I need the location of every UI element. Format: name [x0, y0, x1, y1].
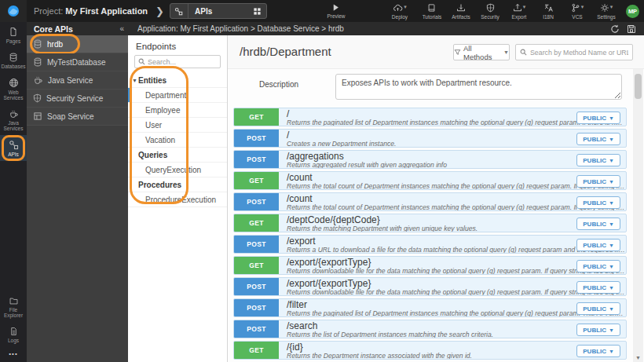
topbar-action[interactable]: ▾ Artifacts — [448, 3, 474, 20]
rail-item[interactable]: Logs — [0, 322, 27, 347]
main-header: /hrdb/Department All Methods ▼ — [228, 35, 644, 69]
breadcrumb: Application: My First Application > Data… — [137, 24, 603, 33]
method-search[interactable] — [515, 44, 633, 60]
api-endpoint-row[interactable]: POST /export/{exportType} Returns downlo… — [233, 277, 627, 296]
rail-bottom-list: File Explorer Logs — [0, 292, 27, 347]
api-endpoint-row[interactable]: GET /deptCode/{deptCode} Returns the mat… — [233, 214, 627, 232]
endpoint-description: Returns the paginated list of Department… — [287, 310, 626, 316]
endpoint-path: /aggregations — [287, 152, 626, 162]
api-endpoint-row[interactable]: GET /count Returns the total count of De… — [233, 171, 627, 190]
api-endpoint-row[interactable]: POST / Creates a new Department instance… — [233, 129, 627, 148]
rail-bottom: File Explorer Logs ••• — [0, 292, 27, 362]
topbar-action-label: Tutorials — [423, 14, 442, 20]
tree-row[interactable]: QueryExecution — [128, 163, 227, 177]
api-endpoint-row[interactable]: GET /{id} Returns the Department instanc… — [233, 341, 627, 360]
access-level-dropdown[interactable]: PUBLIC ▼ — [576, 302, 620, 315]
rail-item[interactable]: APIs — [0, 135, 27, 161]
endpoint-text: /deptCode/{deptCode} Returns the matchin… — [279, 214, 626, 232]
access-level-dropdown[interactable]: PUBLIC ▼ — [576, 175, 620, 188]
tree-row[interactable]: ProcedureExecution — [128, 192, 227, 207]
rail-item[interactable]: Java Services — [0, 104, 27, 135]
access-level-dropdown[interactable]: PUBLIC ▼ — [576, 196, 620, 209]
method-search-input[interactable] — [530, 49, 628, 57]
access-level-dropdown[interactable]: PUBLIC ▼ — [576, 324, 620, 336]
collapse-panel-icon[interactable]: « — [119, 24, 124, 33]
tree-row-label: Procedures — [138, 181, 181, 189]
topbar-action[interactable]: ▾ Tutorials — [419, 3, 445, 20]
tab-apis[interactable]: APIs — [170, 3, 267, 19]
rail-item[interactable]: File Explorer — [0, 292, 27, 322]
api-endpoint-row[interactable]: POST /aggregations Returns aggregated re… — [233, 150, 627, 169]
topbar-action[interactable]: ▾ Security — [478, 3, 503, 20]
api-endpoint-row[interactable]: GET /export/{exportType} Returns downloa… — [233, 256, 627, 275]
api-endpoint-row[interactable]: POST /filter Returns the paginated list … — [233, 298, 627, 317]
shield-icon — [486, 3, 495, 13]
access-level-dropdown[interactable]: PUBLIC ▼ — [576, 133, 620, 145]
tree-row[interactable]: Procedures — [128, 177, 227, 192]
topbar-action[interactable]: ▾ I18N — [536, 3, 561, 20]
rail-item[interactable]: Web Services — [0, 73, 27, 104]
tree-row[interactable]: Employee — [128, 103, 227, 118]
access-level-dropdown[interactable]: PUBLIC ▼ — [576, 112, 620, 124]
export-icon — [513, 3, 522, 13]
api-endpoint-row[interactable]: POST /count Returns the total count of D… — [233, 192, 627, 211]
tree-row[interactable]: Queries — [128, 148, 227, 163]
topbar-action[interactable]: ▾ Deploy — [387, 3, 412, 20]
access-level-dropdown[interactable]: PUBLIC ▼ — [576, 281, 620, 294]
service-item[interactable]: Java Service — [27, 71, 128, 90]
scrollbar-thumb[interactable] — [635, 74, 642, 99]
access-level-dropdown[interactable]: PUBLIC ▼ — [576, 260, 620, 272]
rail-item[interactable]: Pages — [0, 22, 27, 48]
user-avatar[interactable]: MP — [626, 5, 639, 18]
play-icon — [331, 3, 340, 12]
api-endpoint-row[interactable]: POST /export Returns a URL to download a… — [233, 235, 627, 254]
service-item[interactable]: hrdb — [27, 35, 128, 53]
vertical-scrollbar[interactable]: ▼ — [633, 69, 643, 362]
topbar-action[interactable]: ▾ Settings — [594, 3, 619, 20]
tree-row[interactable]: Department — [128, 88, 227, 103]
core-apis-list: hrdb MyTestDatabase Java Service Securit… — [27, 35, 128, 126]
access-level-dropdown[interactable]: PUBLIC ▼ — [576, 154, 620, 166]
tree-row-label: Queries — [138, 151, 167, 159]
endpoints-tree: ▼ Entities Department Employee User Vaca… — [128, 73, 227, 207]
service-item[interactable]: Security Service — [27, 90, 128, 108]
rail-item[interactable]: Databases — [0, 48, 27, 73]
tree-row[interactable]: ▼ Entities — [128, 73, 227, 88]
topbar-action[interactable]: ▾ VCS — [565, 3, 590, 20]
save-icon[interactable] — [627, 24, 636, 34]
grid-icon[interactable] — [249, 7, 266, 16]
methods-filter-dropdown[interactable]: All Methods ▼ — [453, 44, 510, 60]
topbar-action[interactable]: ▾ Preview — [324, 3, 349, 20]
tab-apis-label: APIs — [188, 7, 249, 16]
endpoints-search[interactable] — [134, 55, 221, 68]
chevron-right-icon[interactable]: ❯ — [156, 5, 164, 17]
api-endpoint-row[interactable]: GET / Returns the paginated list of Depa… — [233, 108, 627, 126]
tree-row[interactable]: User — [128, 118, 227, 133]
project-name: My First Application — [65, 6, 148, 16]
tree-row[interactable]: Vacation — [128, 133, 227, 148]
tree-expand-icon[interactable]: ▼ — [132, 78, 137, 83]
method-badge: POST — [234, 320, 279, 338]
endpoints-search-input[interactable] — [148, 58, 217, 66]
access-level-dropdown[interactable]: PUBLIC ▼ — [576, 218, 620, 230]
wavemaker-logo[interactable] — [0, 0, 27, 22]
branch-icon — [571, 3, 580, 13]
topbar-action[interactable]: ▾ Export — [507, 3, 532, 20]
access-level-dropdown[interactable]: PUBLIC ▼ — [576, 239, 620, 251]
endpoint-text: / Creates a new Department instance. — [279, 130, 626, 147]
caret-down-icon: ▼ — [609, 306, 614, 312]
access-level-label: PUBLIC — [583, 242, 606, 249]
method-badge: GET — [234, 108, 279, 126]
project-label: Project: My First Application — [34, 6, 148, 16]
endpoints-panel: Endpoints ▼ Entities Department Employee — [128, 35, 228, 362]
refresh-icon[interactable] — [610, 24, 620, 34]
scrollbar-down-arrow[interactable]: ▼ — [633, 355, 643, 360]
endpoint-path: / — [287, 130, 626, 141]
service-item[interactable]: Soap Service — [27, 108, 128, 126]
api-endpoint-row[interactable]: POST /search Returns the list of Departm… — [233, 320, 627, 338]
access-level-dropdown[interactable]: PUBLIC ▼ — [576, 345, 620, 357]
description-textarea[interactable]: Exposes APIs to work with Department res… — [335, 74, 622, 100]
service-item[interactable]: MyTestDatabase — [27, 53, 128, 71]
more-icon[interactable]: ••• — [0, 347, 27, 362]
method-badge: POST — [234, 236, 279, 253]
